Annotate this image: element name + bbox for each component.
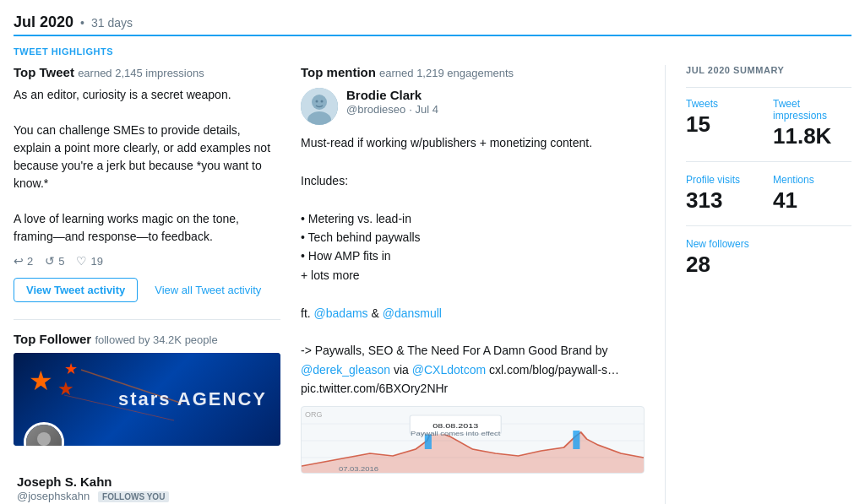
top-follower-heading: Top Follower followed by 34.2K people [14,332,280,346]
retweet-icon: ↺ [45,254,55,268]
retweet-stat: ↺ 5 [45,254,64,268]
chart-svg: 08.08.2013 Paywall comes into effect 07.… [302,407,644,474]
reply-count: 2 [27,255,33,268]
mention-avatar [301,88,338,125]
mention-author-handle: @brodieseo [346,103,405,116]
middle-column: Top mention earned 1,219 engagements [301,65,666,504]
top-tweet-heading: Top Tweet earned 2,145 impressions [14,65,280,79]
left-column: Top Tweet earned 2,145 impressions As an… [14,65,301,504]
like-stat: ♡ 19 [76,254,102,268]
section-label: TWEET HIGHLIGHTS [14,46,851,57]
mention-author-name: Brodie Clark [346,88,422,102]
mention-author: Brodie Clark @brodieseo · Jul 4 [301,88,645,125]
tweet-body: As an editor, curiosity is a secret weap… [14,86,280,246]
svg-point-8 [321,100,324,103]
like-count: 19 [90,255,102,268]
follower-name: Joseph S. Kahn [17,474,112,489]
mention-body: Must-read if working w/publishers + mone… [301,133,645,398]
summary-divider-2 [686,161,851,162]
summary-divider [686,87,851,88]
svg-rect-13 [573,431,579,449]
summary-tweets: Tweets 15 [686,98,764,149]
avatar-placeholder [26,425,62,446]
summary-title: JUL 2020 SUMMARY [686,65,851,75]
svg-text:08.08.2013: 08.08.2013 [432,422,478,430]
tweets-label: Tweets [686,98,764,110]
mention-link-cxl[interactable]: @CXLdotcom [412,363,486,377]
summary-grid: Tweets 15 Tweet impressions 11.8K Profil… [686,98,851,278]
svg-text:Paywall comes into effect: Paywall comes into effect [411,431,501,437]
profile-visits-value: 313 [686,187,764,214]
mention-link-badams[interactable]: @badams [314,306,368,320]
chart-label: ORG [305,410,323,419]
impressions-value: 11.8K [773,123,851,149]
view-all-activity-link[interactable]: View all Tweet activity [155,284,261,296]
svg-point-2 [37,432,51,446]
retweet-count: 5 [58,255,64,268]
mention-avatar-svg [301,88,338,125]
summary-divider-3 [686,225,851,226]
page-subtitle: 31 days [91,16,133,30]
svg-point-7 [316,100,318,103]
new-followers-value: 28 [686,252,851,278]
svg-text:07.03.2016: 07.03.2016 [339,466,379,473]
tweet-stats: ↩ 2 ↺ 5 ♡ 19 [14,254,280,268]
avatar-svg [29,427,59,446]
follower-name-row: Joseph S. Kahn [17,474,280,489]
top-mention-section: Top mention earned 1,219 engagements [301,65,645,474]
mention-author-info: Brodie Clark @brodieseo · Jul 4 [346,88,438,116]
impressions-label: Tweet impressions [773,98,851,122]
page-header: Jul 2020 • 31 days [14,14,851,31]
follower-banner: ★ ★ ★ stars AGENCY [14,353,280,446]
mention-chart: ORG 08.08. [301,406,645,474]
follower-handle-row: @josephskahn FOLLOWS YOU [17,489,280,502]
summary-mentions: Mentions 41 [773,174,851,214]
reply-icon: ↩ [14,254,24,268]
main-content: Top Tweet earned 2,145 impressions As an… [14,65,851,504]
agency-text: stars AGENCY [118,388,267,410]
section-divider [14,319,280,320]
tweets-value: 15 [686,111,764,138]
svg-point-5 [312,95,327,110]
follower-info: Joseph S. Kahn @josephskahn FOLLOWS YOU … [14,453,280,504]
heart-icon: ♡ [76,254,87,268]
top-mention-heading: Top mention earned 1,219 engagements [301,65,645,79]
top-follower-section: Top Follower followed by 34.2K people ★ … [14,332,280,504]
follows-you-badge: FOLLOWS YOU [98,491,169,502]
summary-new-followers: New followers 28 [686,238,851,278]
blue-divider [14,35,851,36]
view-tweet-activity-button[interactable]: View Tweet activity [14,278,138,302]
mentions-label: Mentions [773,174,851,186]
reply-stat: ↩ 2 [14,254,33,268]
top-tweet-section: Top Tweet earned 2,145 impressions As an… [14,65,280,302]
summary-impressions: Tweet impressions 11.8K [773,98,851,149]
new-followers-label: New followers [686,238,851,250]
mention-link-dansmull[interactable]: @dansmull [383,306,442,320]
profile-visits-label: Profile visits [686,174,764,186]
right-column: JUL 2020 SUMMARY Tweets 15 Tweet impress… [666,65,851,504]
mention-link-derek[interactable]: @derek_gleason [301,363,390,377]
page-title: Jul 2020 [14,14,73,31]
tweet-actions: View Tweet activity View all Tweet activ… [14,278,280,302]
mention-author-date: Jul 4 [415,103,438,116]
follower-handle: @josephskahn [17,490,90,502]
mentions-value: 41 [773,187,851,214]
summary-profile-visits: Profile visits 313 [686,174,764,214]
